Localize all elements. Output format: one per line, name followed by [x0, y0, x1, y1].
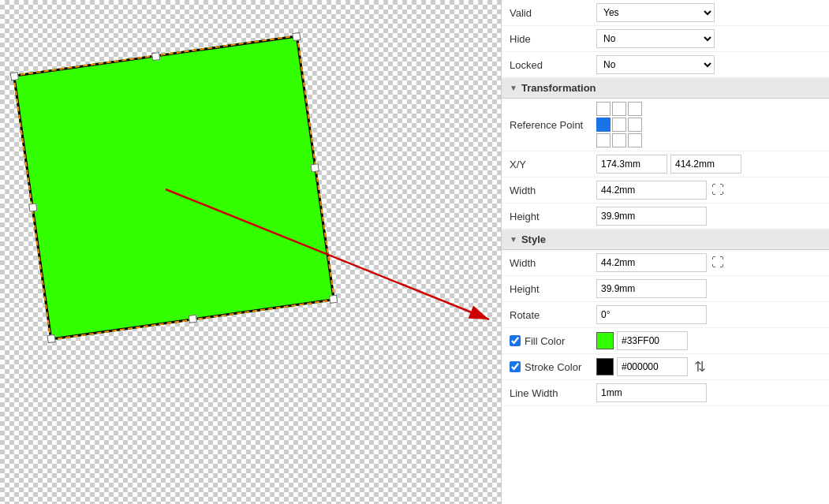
- ref-cell-7[interactable]: [612, 133, 626, 147]
- line-width-row: Line Width: [502, 380, 829, 406]
- xy-label: X/Y: [510, 159, 596, 170]
- rotate-label: Rotate: [510, 309, 596, 321]
- ref-cell-5[interactable]: [628, 118, 642, 132]
- y-input[interactable]: [670, 155, 741, 174]
- valid-select[interactable]: Yes No: [596, 3, 715, 22]
- fill-color-input[interactable]: [617, 331, 688, 350]
- fill-color-label: Fill Color: [525, 335, 565, 347]
- style-width-control: ⛶: [596, 253, 821, 272]
- height-transform-control: [596, 207, 821, 226]
- style-width-row: Width ⛶: [502, 250, 829, 276]
- stroke-color-input[interactable]: [617, 357, 688, 376]
- ref-cell-0[interactable]: [596, 102, 611, 116]
- style-height-input[interactable]: [596, 279, 707, 298]
- width-link-icon[interactable]: ⛶: [711, 183, 724, 197]
- style-collapse-icon: ▼: [510, 235, 517, 244]
- xy-row: X/Y: [502, 151, 829, 177]
- width-transform-row: Width ⛶: [502, 177, 829, 203]
- hide-row: Hide No Yes: [502, 26, 829, 52]
- fill-color-label-area: Fill Color: [510, 335, 596, 347]
- rotate-input[interactable]: [596, 305, 707, 324]
- reference-point-control: [596, 102, 821, 147]
- ref-cell-3[interactable]: [596, 118, 611, 132]
- rotate-row: Rotate: [502, 302, 829, 328]
- hide-select[interactable]: No Yes: [596, 29, 715, 48]
- ref-cell-8[interactable]: [628, 133, 642, 147]
- style-height-row: Height: [502, 276, 829, 302]
- selected-element[interactable]: [13, 35, 335, 340]
- valid-row: Valid Yes No: [502, 0, 829, 26]
- style-width-label: Width: [510, 257, 596, 269]
- reference-point-label: Reference Point: [510, 119, 596, 131]
- style-width-input[interactable]: [596, 253, 707, 272]
- style-section-header[interactable]: ▼ Style: [502, 230, 829, 250]
- height-transform-label: Height: [510, 211, 596, 222]
- stroke-color-swatch[interactable]: [596, 358, 614, 375]
- stroke-color-extra-icon[interactable]: ⇅: [694, 358, 706, 375]
- transformation-section-label: Transformation: [521, 82, 596, 94]
- width-transform-input[interactable]: [596, 181, 707, 200]
- valid-label: Valid: [510, 7, 596, 19]
- x-input[interactable]: [596, 155, 667, 174]
- transformation-collapse-icon: ▼: [510, 84, 517, 92]
- rotate-control: [596, 305, 821, 324]
- height-transform-row: Height: [502, 203, 829, 230]
- hide-label: Hide: [510, 33, 596, 45]
- width-transform-control: ⛶: [596, 181, 821, 200]
- style-section-label: Style: [521, 233, 546, 245]
- reference-point-row: Reference Point: [502, 99, 829, 151]
- fill-color-checkbox[interactable]: [510, 335, 521, 346]
- style-height-label: Height: [510, 283, 596, 295]
- properties-panel: Valid Yes No Hide No Yes Locked No Yes: [501, 0, 829, 504]
- line-width-label: Line Width: [510, 387, 596, 399]
- line-width-input[interactable]: [596, 383, 707, 402]
- stroke-color-label: Stroke Color: [525, 361, 581, 373]
- ref-cell-1[interactable]: [612, 102, 626, 116]
- stroke-color-checkbox[interactable]: [510, 361, 521, 372]
- style-height-control: [596, 279, 821, 298]
- reference-point-grid: [596, 102, 642, 147]
- fill-color-control: [596, 331, 821, 350]
- locked-row: Locked No Yes: [502, 52, 829, 78]
- locked-control: No Yes: [596, 55, 821, 74]
- locked-select[interactable]: No Yes: [596, 55, 715, 74]
- canvas-area: [0, 0, 501, 504]
- stroke-color-row: Stroke Color ⇅: [502, 354, 829, 380]
- stroke-color-control: ⇅: [596, 357, 821, 376]
- green-rectangle: [13, 35, 335, 340]
- locked-label: Locked: [510, 59, 596, 71]
- line-width-control: [596, 383, 821, 402]
- xy-control: [596, 155, 821, 174]
- fill-color-swatch[interactable]: [596, 332, 614, 349]
- height-transform-input[interactable]: [596, 207, 707, 226]
- ref-cell-4[interactable]: [612, 118, 626, 132]
- width-transform-label: Width: [510, 185, 596, 196]
- style-width-link-icon[interactable]: ⛶: [711, 256, 724, 270]
- valid-control: Yes No: [596, 3, 821, 22]
- ref-cell-6[interactable]: [596, 133, 611, 147]
- hide-control: No Yes: [596, 29, 821, 48]
- ref-cell-2[interactable]: [628, 102, 642, 116]
- stroke-color-label-area: Stroke Color: [510, 361, 596, 373]
- fill-color-row: Fill Color: [502, 328, 829, 354]
- transformation-section-header[interactable]: ▼ Transformation: [502, 78, 829, 99]
